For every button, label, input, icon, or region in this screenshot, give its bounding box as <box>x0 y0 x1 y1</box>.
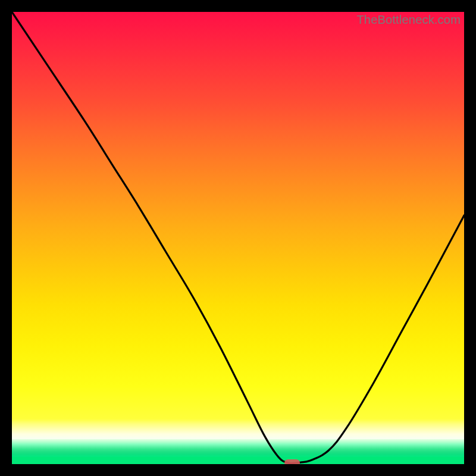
plot-area: TheBottleneck.com <box>12 12 464 464</box>
minimum-marker <box>284 459 300 464</box>
gradient-green-band <box>12 439 464 457</box>
watermark-text: TheBottleneck.com <box>356 13 461 27</box>
gradient-red-yellow <box>12 12 464 419</box>
gradient-baseline <box>12 457 464 464</box>
gradient-pale-band <box>12 419 464 439</box>
chart-frame: TheBottleneck.com <box>0 0 476 476</box>
